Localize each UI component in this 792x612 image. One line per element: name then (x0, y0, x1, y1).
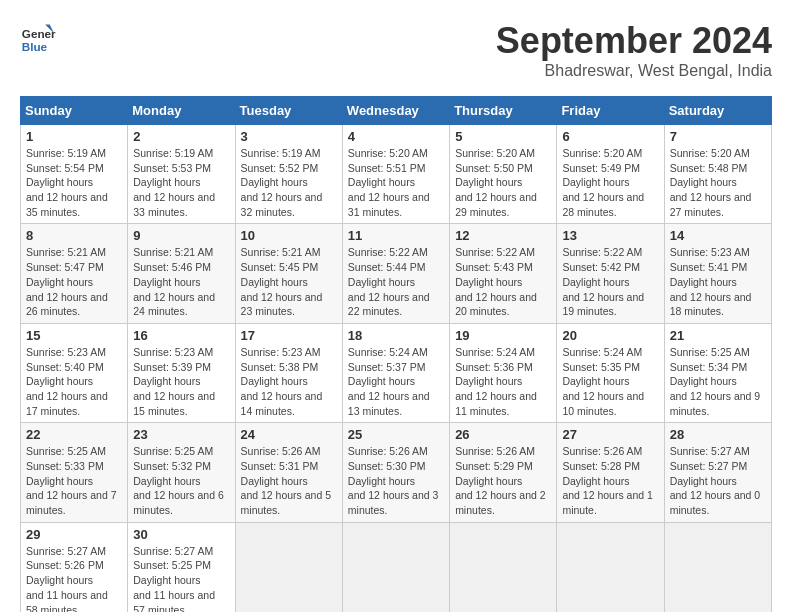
day-number: 23 (133, 427, 229, 442)
day-number: 26 (455, 427, 551, 442)
day-number: 20 (562, 328, 658, 343)
day-number: 22 (26, 427, 122, 442)
location: Bhadreswar, West Bengal, India (496, 62, 772, 80)
table-row: 15 Sunrise: 5:23 AMSunset: 5:40 PMDaylig… (21, 323, 128, 422)
day-number: 30 (133, 527, 229, 542)
table-row: 8 Sunrise: 5:21 AMSunset: 5:47 PMDayligh… (21, 224, 128, 323)
day-number: 1 (26, 129, 122, 144)
table-row: 18 Sunrise: 5:24 AMSunset: 5:37 PMDaylig… (342, 323, 449, 422)
table-row: 6 Sunrise: 5:20 AMSunset: 5:49 PMDayligh… (557, 125, 664, 224)
day-detail: Sunrise: 5:24 AMSunset: 5:35 PMDaylight … (562, 346, 644, 417)
day-detail: Sunrise: 5:22 AMSunset: 5:44 PMDaylight … (348, 246, 430, 317)
table-row: 12 Sunrise: 5:22 AMSunset: 5:43 PMDaylig… (450, 224, 557, 323)
header-sunday: Sunday (21, 97, 128, 125)
table-row (342, 522, 449, 612)
day-detail: Sunrise: 5:23 AMSunset: 5:41 PMDaylight … (670, 246, 752, 317)
header-thursday: Thursday (450, 97, 557, 125)
day-number: 19 (455, 328, 551, 343)
day-detail: Sunrise: 5:25 AMSunset: 5:32 PMDaylight … (133, 445, 224, 516)
svg-text:Blue: Blue (22, 40, 48, 53)
day-detail: Sunrise: 5:26 AMSunset: 5:31 PMDaylight … (241, 445, 332, 516)
table-row: 25 Sunrise: 5:26 AMSunset: 5:30 PMDaylig… (342, 423, 449, 522)
day-detail: Sunrise: 5:22 AMSunset: 5:42 PMDaylight … (562, 246, 644, 317)
table-row: 10 Sunrise: 5:21 AMSunset: 5:45 PMDaylig… (235, 224, 342, 323)
calendar-table: Sunday Monday Tuesday Wednesday Thursday… (20, 96, 772, 612)
table-row: 13 Sunrise: 5:22 AMSunset: 5:42 PMDaylig… (557, 224, 664, 323)
day-detail: Sunrise: 5:20 AMSunset: 5:51 PMDaylight … (348, 147, 430, 218)
table-row: 3 Sunrise: 5:19 AMSunset: 5:52 PMDayligh… (235, 125, 342, 224)
day-detail: Sunrise: 5:20 AMSunset: 5:48 PMDaylight … (670, 147, 752, 218)
logo: General Blue (20, 20, 56, 56)
calendar-week-row: 8 Sunrise: 5:21 AMSunset: 5:47 PMDayligh… (21, 224, 772, 323)
day-detail: Sunrise: 5:21 AMSunset: 5:45 PMDaylight … (241, 246, 323, 317)
table-row (450, 522, 557, 612)
header-saturday: Saturday (664, 97, 771, 125)
day-detail: Sunrise: 5:23 AMSunset: 5:38 PMDaylight … (241, 346, 323, 417)
day-number: 25 (348, 427, 444, 442)
day-number: 15 (26, 328, 122, 343)
page-header: General Blue September 2024 Bhadreswar, … (20, 20, 772, 80)
day-number: 18 (348, 328, 444, 343)
day-number: 29 (26, 527, 122, 542)
title-section: September 2024 Bhadreswar, West Bengal, … (496, 20, 772, 80)
day-number: 24 (241, 427, 337, 442)
day-detail: Sunrise: 5:26 AMSunset: 5:29 PMDaylight … (455, 445, 546, 516)
logo-icon: General Blue (20, 20, 56, 56)
day-number: 3 (241, 129, 337, 144)
day-detail: Sunrise: 5:19 AMSunset: 5:52 PMDaylight … (241, 147, 323, 218)
day-detail: Sunrise: 5:22 AMSunset: 5:43 PMDaylight … (455, 246, 537, 317)
header-friday: Friday (557, 97, 664, 125)
header-tuesday: Tuesday (235, 97, 342, 125)
day-number: 13 (562, 228, 658, 243)
month-title: September 2024 (496, 20, 772, 62)
day-detail: Sunrise: 5:26 AMSunset: 5:30 PMDaylight … (348, 445, 439, 516)
day-number: 4 (348, 129, 444, 144)
day-number: 21 (670, 328, 766, 343)
table-row: 9 Sunrise: 5:21 AMSunset: 5:46 PMDayligh… (128, 224, 235, 323)
day-detail: Sunrise: 5:21 AMSunset: 5:46 PMDaylight … (133, 246, 215, 317)
day-detail: Sunrise: 5:20 AMSunset: 5:50 PMDaylight … (455, 147, 537, 218)
header-monday: Monday (128, 97, 235, 125)
day-number: 8 (26, 228, 122, 243)
day-detail: Sunrise: 5:21 AMSunset: 5:47 PMDaylight … (26, 246, 108, 317)
table-row: 11 Sunrise: 5:22 AMSunset: 5:44 PMDaylig… (342, 224, 449, 323)
day-detail: Sunrise: 5:24 AMSunset: 5:37 PMDaylight … (348, 346, 430, 417)
day-detail: Sunrise: 5:23 AMSunset: 5:40 PMDaylight … (26, 346, 108, 417)
table-row: 20 Sunrise: 5:24 AMSunset: 5:35 PMDaylig… (557, 323, 664, 422)
day-number: 9 (133, 228, 229, 243)
day-detail: Sunrise: 5:25 AMSunset: 5:33 PMDaylight … (26, 445, 117, 516)
table-row: 24 Sunrise: 5:26 AMSunset: 5:31 PMDaylig… (235, 423, 342, 522)
calendar-header-row: Sunday Monday Tuesday Wednesday Thursday… (21, 97, 772, 125)
calendar-week-row: 22 Sunrise: 5:25 AMSunset: 5:33 PMDaylig… (21, 423, 772, 522)
table-row: 1 Sunrise: 5:19 AMSunset: 5:54 PMDayligh… (21, 125, 128, 224)
day-number: 27 (562, 427, 658, 442)
day-detail: Sunrise: 5:26 AMSunset: 5:28 PMDaylight … (562, 445, 653, 516)
table-row: 29 Sunrise: 5:27 AMSunset: 5:26 PMDaylig… (21, 522, 128, 612)
table-row (557, 522, 664, 612)
calendar-week-row: 1 Sunrise: 5:19 AMSunset: 5:54 PMDayligh… (21, 125, 772, 224)
day-number: 28 (670, 427, 766, 442)
day-number: 14 (670, 228, 766, 243)
calendar-week-row: 15 Sunrise: 5:23 AMSunset: 5:40 PMDaylig… (21, 323, 772, 422)
day-detail: Sunrise: 5:27 AMSunset: 5:25 PMDaylight … (133, 545, 215, 612)
day-number: 12 (455, 228, 551, 243)
day-detail: Sunrise: 5:23 AMSunset: 5:39 PMDaylight … (133, 346, 215, 417)
day-detail: Sunrise: 5:20 AMSunset: 5:49 PMDaylight … (562, 147, 644, 218)
day-number: 6 (562, 129, 658, 144)
table-row: 2 Sunrise: 5:19 AMSunset: 5:53 PMDayligh… (128, 125, 235, 224)
table-row: 26 Sunrise: 5:26 AMSunset: 5:29 PMDaylig… (450, 423, 557, 522)
header-wednesday: Wednesday (342, 97, 449, 125)
day-detail: Sunrise: 5:19 AMSunset: 5:54 PMDaylight … (26, 147, 108, 218)
day-detail: Sunrise: 5:19 AMSunset: 5:53 PMDaylight … (133, 147, 215, 218)
table-row: 27 Sunrise: 5:26 AMSunset: 5:28 PMDaylig… (557, 423, 664, 522)
day-detail: Sunrise: 5:27 AMSunset: 5:26 PMDaylight … (26, 545, 108, 612)
table-row: 5 Sunrise: 5:20 AMSunset: 5:50 PMDayligh… (450, 125, 557, 224)
day-detail: Sunrise: 5:27 AMSunset: 5:27 PMDaylight … (670, 445, 761, 516)
table-row: 19 Sunrise: 5:24 AMSunset: 5:36 PMDaylig… (450, 323, 557, 422)
day-number: 17 (241, 328, 337, 343)
table-row: 17 Sunrise: 5:23 AMSunset: 5:38 PMDaylig… (235, 323, 342, 422)
table-row: 23 Sunrise: 5:25 AMSunset: 5:32 PMDaylig… (128, 423, 235, 522)
table-row (664, 522, 771, 612)
day-number: 2 (133, 129, 229, 144)
day-number: 7 (670, 129, 766, 144)
